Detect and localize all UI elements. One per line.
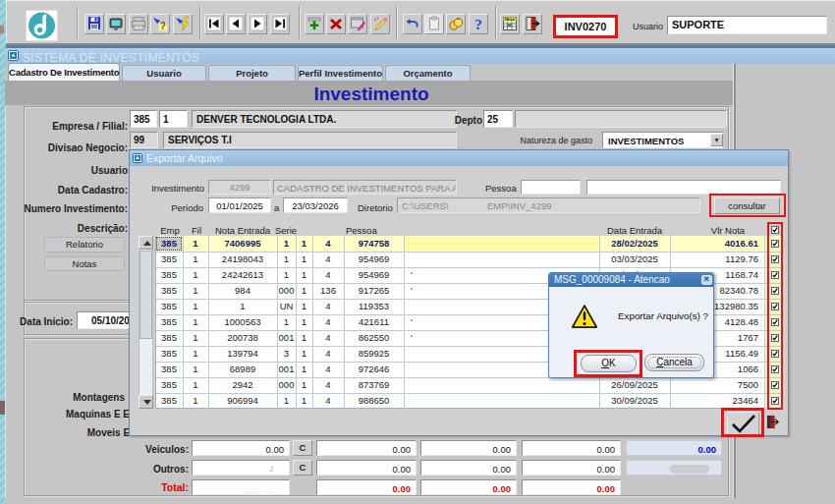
svg-text:?: ? xyxy=(474,17,482,32)
svg-text:Hess: Hess xyxy=(505,17,516,22)
svg-text:?: ? xyxy=(160,21,166,31)
